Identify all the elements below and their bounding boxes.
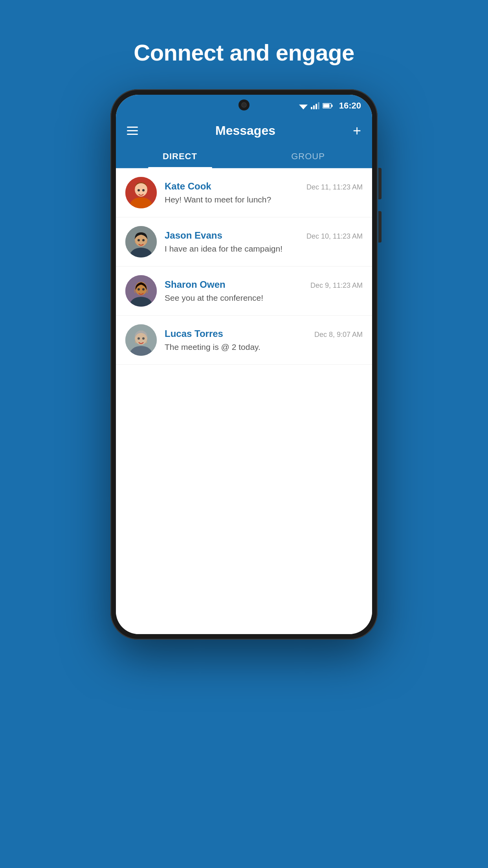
svg-point-23 (138, 288, 140, 291)
message-item[interactable]: Jason Evans Dec 10, 11:23 AM I have an i… (116, 217, 372, 267)
status-icons: 16:20 (299, 101, 361, 111)
svg-rect-6 (318, 102, 319, 109)
svg-rect-5 (316, 104, 317, 109)
phone-screen: 16:20 Messages + DIRECT GROUP (116, 95, 372, 634)
message-content: Lucas Torres Dec 8, 9:07 AM The meeting … (165, 328, 363, 352)
camera-notch (238, 99, 250, 110)
app-title: Messages (215, 123, 275, 138)
message-list: Kate Cook Dec 11, 11:23 AM Hey! Want to … (116, 168, 372, 634)
wifi-icon (299, 102, 308, 109)
message-time: Dec 10, 11:23 AM (306, 232, 363, 241)
message-preview: The meeting is @ 2 today. (165, 342, 363, 352)
add-message-button[interactable]: + (353, 124, 361, 138)
message-preview: See you at the conference! (165, 293, 363, 303)
message-item[interactable]: Sharon Owen Dec 9, 11:23 AM See you at t… (116, 267, 372, 316)
svg-rect-9 (323, 104, 329, 107)
hamburger-line-3 (127, 134, 138, 135)
app-header: Messages + (116, 116, 372, 145)
battery-icon (323, 103, 333, 108)
camera-dot (241, 102, 247, 108)
message-content: Kate Cook Dec 11, 11:23 AM Hey! Want to … (165, 181, 363, 204)
svg-point-29 (142, 337, 145, 340)
message-content: Jason Evans Dec 10, 11:23 AM I have an i… (165, 230, 363, 254)
message-header: Sharon Owen Dec 9, 11:23 AM (165, 279, 363, 290)
phone-shell: 16:20 Messages + DIRECT GROUP (110, 89, 378, 640)
contact-name: Sharon Owen (165, 279, 226, 290)
signal-icon (311, 102, 319, 109)
message-content: Sharon Owen Dec 9, 11:23 AM See you at t… (165, 279, 363, 303)
message-preview: Hey! Want to meet for lunch? (165, 195, 363, 204)
svg-point-18 (138, 239, 140, 241)
svg-point-24 (142, 288, 145, 291)
contact-name: Kate Cook (165, 181, 211, 192)
svg-marker-2 (302, 108, 305, 109)
svg-point-28 (138, 337, 140, 340)
message-time: Dec 8, 9:07 AM (314, 331, 363, 339)
message-time: Dec 11, 11:23 AM (306, 183, 363, 191)
contact-name: Jason Evans (165, 230, 222, 241)
message-header: Lucas Torres Dec 8, 9:07 AM (165, 328, 363, 339)
svg-point-13 (138, 189, 140, 191)
status-bar: 16:20 (116, 95, 372, 116)
avatar (125, 177, 157, 208)
page-headline: Connect and engage (134, 39, 354, 66)
svg-point-19 (142, 239, 145, 241)
message-item[interactable]: Lucas Torres Dec 8, 9:07 AM The meeting … (116, 316, 372, 365)
svg-point-14 (142, 189, 145, 191)
message-preview: I have an idea for the campaign! (165, 244, 363, 254)
status-time: 16:20 (339, 101, 361, 111)
avatar (125, 226, 157, 257)
message-item[interactable]: Kate Cook Dec 11, 11:23 AM Hey! Want to … (116, 168, 372, 217)
message-header: Kate Cook Dec 11, 11:23 AM (165, 181, 363, 192)
hamburger-line-1 (127, 127, 138, 128)
tab-direct[interactable]: DIRECT (116, 145, 244, 168)
tab-bar: DIRECT GROUP (116, 145, 372, 168)
hamburger-line-2 (127, 130, 138, 131)
svg-rect-4 (313, 105, 315, 109)
avatar (125, 275, 157, 307)
message-header: Jason Evans Dec 10, 11:23 AM (165, 230, 363, 241)
message-time: Dec 9, 11:23 AM (310, 281, 363, 290)
avatar (125, 324, 157, 356)
tab-group[interactable]: GROUP (244, 145, 372, 168)
svg-rect-3 (311, 107, 312, 109)
svg-rect-8 (331, 105, 332, 107)
contact-name: Lucas Torres (165, 328, 223, 339)
hamburger-menu-button[interactable] (127, 127, 138, 135)
